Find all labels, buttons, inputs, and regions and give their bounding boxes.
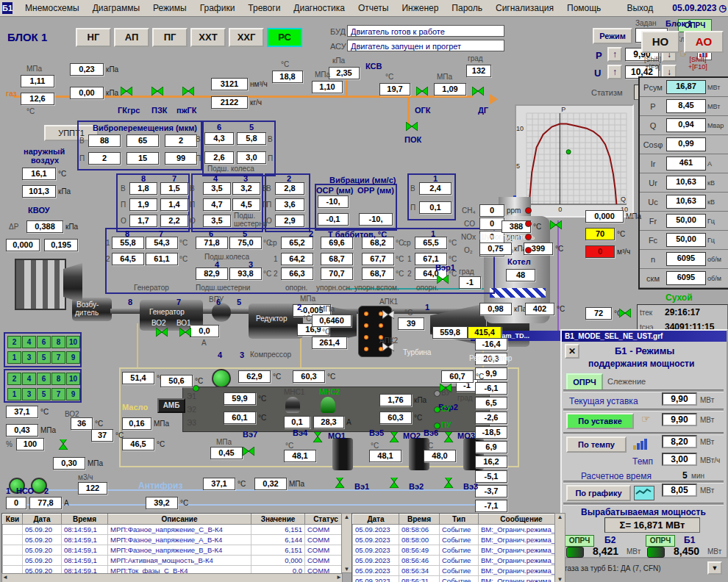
column-header[interactable]: Кви [3, 514, 23, 525]
menu-item-10[interactable]: Сигнализация [489, 3, 560, 13]
column-header[interactable]: Время [62, 514, 108, 525]
ve7-valve[interactable] [243, 447, 254, 460]
unit-label: кПа [106, 65, 118, 73]
b1-toggle-icon[interactable] [647, 547, 665, 558]
amb-button[interactable]: АМБ [157, 398, 185, 413]
pok-valve[interactable] [406, 122, 418, 135]
mode-button-нг[interactable]: НГ [76, 28, 111, 47]
log-cell: 6,144 [251, 535, 305, 545]
mode-button-ххт[interactable]: ХХТ [190, 28, 226, 47]
mode-button-рс[interactable]: РС [267, 28, 302, 47]
aux-pipe [557, 220, 559, 331]
ver2-valve[interactable] [440, 384, 452, 397]
menu-item-11[interactable]: Помощь [560, 3, 607, 13]
ve4-valve[interactable] [312, 432, 324, 445]
gkgrs-valve[interactable] [121, 87, 132, 100]
values-log-hscrollbar[interactable]: ◄► [1, 573, 343, 582]
bearing-lamp-10: 10 [66, 336, 80, 348]
no-button[interactable]: НО [641, 31, 679, 53]
column-header[interactable]: Статус [305, 514, 343, 525]
value-box: 64,5 [112, 253, 144, 265]
vo1-valve[interactable] [179, 328, 191, 341]
menu-item-5[interactable]: Тревоги [241, 3, 287, 13]
value-box: 4,3 [204, 132, 234, 145]
label: ПУ [441, 421, 451, 429]
value-box: 3,2 [232, 182, 260, 195]
dg-valve[interactable] [472, 87, 484, 100]
events-log-vscrollbar[interactable]: ▲▼ [554, 513, 565, 582]
values-log-vscrollbar[interactable]: ▲▼ [341, 513, 352, 573]
menu-item-1[interactable]: Мнемосхемы [18, 3, 86, 13]
param-unit: МВт [706, 103, 727, 110]
by-rate-button[interactable]: По темпу [566, 436, 627, 453]
apk2-valve[interactable] [382, 342, 394, 356]
vo2-valve[interactable] [156, 328, 168, 341]
value-box: 4,5 [232, 198, 260, 211]
kvou-valve[interactable] [57, 439, 69, 453]
boiler-valve[interactable] [550, 220, 562, 234]
log-cell [3, 535, 23, 545]
ve6-valve[interactable] [443, 432, 454, 445]
log-cell: 0,000 [251, 556, 305, 566]
mode-buttons: НГАППГХХТХХГРС [76, 28, 302, 47]
menu-item-4[interactable]: Графики [193, 3, 242, 13]
column-header[interactable]: Значение [251, 514, 305, 525]
label: упорн.осн. [316, 284, 352, 292]
pzhgk-valve[interactable] [182, 87, 194, 100]
ogk-valve[interactable] [416, 87, 428, 100]
ver1-angle: -1 [459, 276, 481, 289]
b2-toggle-icon[interactable] [566, 547, 584, 558]
label: ГКгрс [118, 106, 140, 115]
ver1-valve[interactable] [437, 275, 449, 288]
column-header[interactable]: Тип [440, 514, 479, 525]
menu-item-6[interactable]: Диагностика [287, 3, 351, 13]
value-box: 2,9 [275, 215, 304, 227]
water-valve[interactable] [619, 309, 631, 322]
mw-unit-3: МВт [700, 438, 714, 446]
power-mode-titlebar[interactable]: B1_MODE_SEL_NE_UST.grf [562, 331, 727, 342]
menu-item-3[interactable]: Режимы [146, 3, 193, 13]
log-cell: ВМ:_Огранич.режима_по_Т_г [479, 545, 557, 556]
ve3-valve[interactable] [443, 478, 454, 491]
u-up-button[interactable]: ↑ [607, 65, 622, 79]
pzk-valve[interactable] [151, 87, 163, 100]
value-box: 2,8 [275, 182, 304, 195]
unit-label: ppm [507, 206, 521, 215]
menu-item-2[interactable]: Диаграммы [86, 3, 146, 13]
label: АПК1 [379, 298, 398, 306]
ve5-valve[interactable] [388, 432, 400, 445]
ve1-valve[interactable] [334, 478, 346, 491]
mw-unit-1: МВт [700, 396, 714, 404]
by-schedule-button[interactable]: По графику [566, 485, 631, 501]
bearing-lamp-1: 1 [7, 388, 21, 400]
value-box: 60,7 [441, 370, 474, 383]
rezhim-button[interactable]: Режим [593, 28, 632, 44]
column-header[interactable]: Время [399, 514, 440, 525]
column-header[interactable]: Описание [108, 514, 251, 525]
column-header[interactable]: Сообщение [479, 514, 557, 525]
column-header[interactable]: Дата [23, 514, 62, 525]
apk1-valve[interactable] [382, 310, 394, 323]
bearing-lamp-10: 10 [66, 373, 80, 385]
events-log-table: ДатаВремяТипСообщение05.09.202308:58:06С… [351, 513, 556, 582]
mode-button-пг[interactable]: ПГ [152, 28, 188, 47]
menu-item-7[interactable]: Отчеты [351, 3, 395, 13]
mode-button-ап[interactable]: АП [114, 28, 149, 47]
bearing-lamp-9: 9 [66, 351, 80, 364]
p-up-button[interactable]: ↑ [607, 47, 622, 62]
tab-oprch[interactable]: ОПРЧ [566, 373, 603, 391]
ve2-valve[interactable] [388, 478, 400, 491]
value-box: 50,6 [160, 375, 193, 387]
mode-button-ххг[interactable]: ХХГ [229, 28, 264, 47]
exit-menu-item[interactable]: Выход [607, 3, 672, 13]
log-cell [3, 556, 23, 566]
by-setpoint-button[interactable]: По уставке [566, 413, 634, 429]
ao-button[interactable]: АО [684, 31, 724, 53]
event-dropdown-button[interactable]: ▼ [707, 561, 722, 575]
menu-item-8[interactable]: Инженер [395, 3, 445, 13]
tab-slezhenie[interactable]: Слежение [607, 377, 646, 386]
column-header[interactable]: Дата [353, 514, 399, 525]
close-icon[interactable]: ✕ [565, 344, 579, 359]
status-lamp [193, 385, 199, 392]
menu-item-9[interactable]: Пароль [445, 3, 489, 13]
